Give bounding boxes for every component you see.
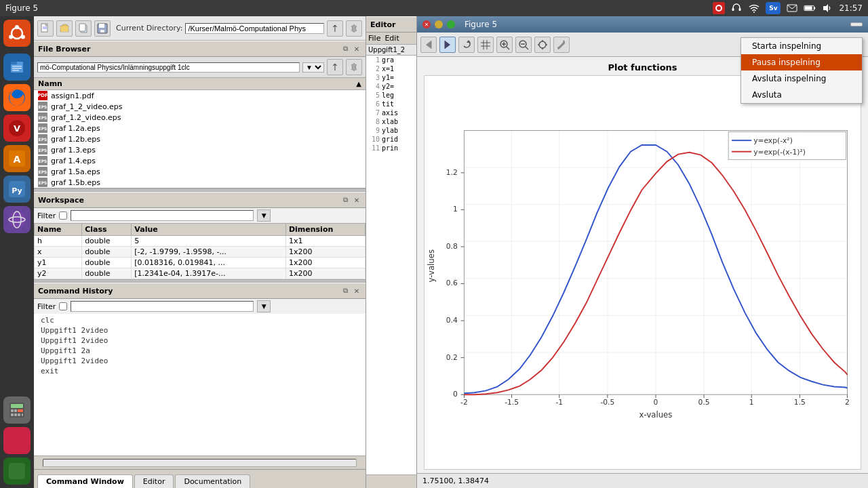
cmd-history-item[interactable]: Uppgift1 2video — [34, 356, 366, 366]
tab-editor[interactable]: Editor — [134, 474, 174, 488]
workspace-filter-input[interactable] — [71, 210, 254, 221]
fig-zoom-out-btn[interactable] — [515, 37, 532, 53]
toolbar-save-btn[interactable] — [94, 20, 111, 37]
svg-text:0: 0 — [654, 398, 658, 407]
dropdown-trigger[interactable] — [850, 22, 863, 26]
fig-forward-btn[interactable] — [439, 37, 456, 53]
file-path-input[interactable] — [37, 62, 300, 73]
dock-sphere[interactable] — [3, 206, 31, 233]
svg-rect-34 — [18, 409, 23, 412]
cmd-filter-dropdown[interactable]: ▼ — [257, 300, 271, 312]
file-item[interactable]: EPSgraf 1.5a.eps — [34, 166, 366, 177]
current-dir-input[interactable] — [185, 23, 324, 34]
cmd-history-item[interactable]: exit — [34, 366, 366, 376]
file-browser-toolbar: ▼ ↑ — [34, 57, 366, 78]
eps-icon: EPS — [38, 156, 47, 165]
file-item[interactable]: PDFassign1.pdf — [34, 90, 366, 101]
file-item[interactable]: EPSgraf 1.2a.eps — [34, 123, 366, 134]
fig-grid-btn[interactable] — [477, 37, 494, 53]
volume-icon[interactable] — [821, 2, 833, 14]
dropdown-item[interactable]: Starta inspelning — [741, 38, 862, 54]
navigate-up-btn[interactable]: ↑ — [327, 20, 343, 37]
file-browser-close-icon[interactable]: ✕ — [352, 44, 361, 54]
path-dropdown[interactable]: ▼ — [302, 62, 324, 73]
wifi-icon[interactable] — [748, 2, 760, 14]
workspace-row[interactable]: y1double[0.018316, 0.019841, ...1x200 — [35, 258, 366, 268]
dock-calculator[interactable] — [3, 396, 31, 424]
record-icon[interactable] — [713, 2, 725, 14]
fig-pan-btn[interactable] — [534, 37, 551, 53]
file-item[interactable]: EPSgraf 1.3.eps — [34, 144, 366, 155]
figure5-min-btn[interactable] — [435, 20, 443, 28]
file-settings-btn[interactable] — [346, 59, 362, 75]
file-item[interactable]: EPSgraf_1_2_video.eps — [34, 101, 366, 112]
dropdown-item[interactable]: Pausa inspelning — [741, 54, 862, 70]
toolbar-new-btn[interactable] — [37, 20, 54, 37]
dock-orange-app[interactable]: A — [3, 145, 31, 172]
dropdown-item[interactable]: Avsluta inspelning — [741, 70, 862, 87]
file-browser-popout-icon[interactable]: ⧉ — [340, 44, 350, 54]
editor-file-menu[interactable]: File — [368, 34, 380, 43]
workspace-filter-dropdown[interactable]: ▼ — [257, 209, 271, 222]
system-bar: Figure 5 Sv 21:57 — [0, 0, 868, 16]
cmd-filter-checkbox[interactable] — [59, 302, 67, 310]
battery-icon[interactable] — [804, 2, 816, 14]
toolbar-copy-btn[interactable] — [75, 20, 92, 37]
file-item[interactable]: EPSgraf 1.2b.eps — [34, 134, 366, 144]
workspace-row[interactable]: xdouble[-2, -1.9799, -1.9598, -...1x200 — [35, 247, 366, 258]
editor-edit-menu[interactable]: Edit — [384, 34, 399, 43]
toolbar-open-btn[interactable] — [56, 20, 73, 37]
figure5-max-btn[interactable] — [447, 20, 455, 28]
dock-green-app[interactable] — [3, 458, 31, 485]
fig-back-btn[interactable] — [420, 37, 437, 53]
editor-title: Editor — [370, 20, 395, 29]
workspace-row[interactable]: y2double[1.2341e-04, 1.3917e-...1x200 — [35, 268, 366, 279]
dropdown-item[interactable]: Avsluta — [741, 87, 862, 103]
workspace-table: NameClassValueDimensionhdouble51x1xdoubl… — [34, 223, 366, 279]
editor-menu-bar: File Edit — [366, 33, 416, 45]
email-icon[interactable] — [786, 2, 798, 14]
dock-firefox[interactable] — [3, 84, 31, 111]
svg-marker-9 — [823, 4, 828, 12]
dock-files[interactable] — [3, 54, 31, 81]
svg-point-68 — [539, 41, 546, 48]
workspace-filter-checkbox[interactable] — [59, 211, 67, 220]
dock-ubuntu[interactable] — [3, 20, 31, 47]
figure5-close-btn[interactable]: ✕ — [422, 20, 431, 28]
line-code: axis — [382, 109, 398, 117]
svg-text:0.2: 0.2 — [446, 353, 458, 362]
sv-badge-icon[interactable]: Sv — [766, 2, 781, 14]
fig-zoom-in-btn[interactable] — [496, 37, 513, 53]
cmd-history-item[interactable]: Uppgift1 2a — [34, 346, 366, 356]
navigate-up-file-btn[interactable]: ↑ — [327, 59, 343, 75]
horizontal-scrollbar[interactable] — [43, 459, 357, 467]
dock-red-app[interactable]: V — [3, 115, 31, 142]
file-item[interactable]: EPSgraf 1.4.eps — [34, 155, 366, 166]
tab-documentation[interactable]: Documentation — [175, 474, 250, 488]
workspace-close-icon[interactable]: ✕ — [352, 195, 361, 205]
tab-command-window[interactable]: Command Window — [37, 474, 133, 488]
dock-red-circle[interactable] — [3, 427, 31, 454]
dock-python[interactable]: Py — [3, 176, 31, 203]
cmd-history-close-icon[interactable]: ✕ — [352, 286, 361, 296]
file-item[interactable]: EPSgraf 1.5b.eps — [34, 177, 366, 188]
fig-refresh-btn[interactable] — [458, 37, 475, 53]
file-name: graf 1.5b.eps — [51, 178, 100, 187]
cmd-filter-input[interactable] — [71, 301, 254, 312]
workspace-popout-icon[interactable]: ⧉ — [340, 195, 350, 205]
file-list: PDFassign1.pdfEPSgraf_1_2_video.epsEPSgr… — [34, 90, 366, 188]
cmd-history-popout-icon[interactable]: ⧉ — [340, 286, 350, 296]
headphones-icon[interactable] — [730, 2, 743, 14]
line-code: y1= — [382, 74, 394, 81]
system-bar-right: Sv 21:57 — [713, 2, 863, 14]
svg-marker-52 — [426, 41, 431, 49]
workspace-row[interactable]: hdouble51x1 — [35, 236, 366, 247]
file-item[interactable]: EPSgraf_1.2_video.eps — [34, 112, 366, 123]
file-column-sort-icon[interactable]: ▲ — [356, 80, 361, 87]
cmd-history-item[interactable]: clc — [34, 315, 366, 325]
svg-text:x-values: x-values — [639, 410, 673, 420]
cmd-history-item[interactable]: Uppgift1 2video — [34, 336, 366, 346]
fig-wrench-btn[interactable] — [553, 37, 570, 53]
cmd-history-item[interactable]: Uppgift1 2video — [34, 325, 366, 336]
settings-btn[interactable] — [346, 20, 362, 37]
